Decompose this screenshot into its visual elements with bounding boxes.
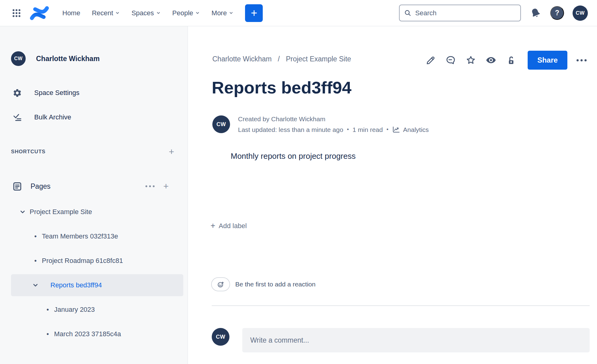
sidebar-item-label: Bulk Archive [34, 113, 71, 121]
tree-item-reports-selected[interactable]: Reports bed3ff94 [0, 273, 188, 297]
add-page-button[interactable]: + [161, 182, 170, 191]
page-title: Reports bed3ff94 [212, 78, 351, 97]
breadcrumb: Charlotte Wickham / Project Example Site [212, 55, 351, 63]
nav-item-label: Home [62, 9, 80, 17]
favorite-button[interactable] [463, 52, 479, 68]
page-tree: Project Example Site • Team Members 032f… [0, 200, 188, 346]
content-divider [212, 305, 590, 306]
avatar-initials: CW [217, 121, 226, 128]
primary-nav-menu: Home Recent Spaces People More [59, 6, 237, 20]
edit-button[interactable] [423, 52, 438, 68]
reactions-section: Be the first to add a reaction [211, 277, 316, 291]
nav-item-spaces[interactable]: Spaces [128, 6, 164, 20]
created-by-text: Created by Charlotte Wickham [238, 115, 429, 123]
tree-item-label: Reports bed3ff94 [50, 281, 102, 289]
avatar-initials: CW [14, 56, 23, 61]
bullet-icon: • [34, 257, 37, 265]
sidebar-item-space-settings[interactable]: Space Settings [11, 86, 176, 100]
app-switcher-icon[interactable] [10, 7, 23, 19]
pages-section-header[interactable]: Pages + [11, 179, 176, 194]
bullet-icon: • [46, 306, 49, 314]
question-mark-icon: ? [555, 9, 559, 17]
chevron-down-icon [32, 282, 39, 289]
help-button[interactable]: ? [550, 6, 564, 20]
user-avatar[interactable]: CW [573, 5, 588, 21]
page-more-button[interactable] [575, 57, 588, 63]
confluence-logo-icon[interactable] [29, 5, 49, 22]
gear-icon [13, 88, 22, 98]
plus-icon: + [163, 181, 169, 191]
unlock-icon [506, 55, 516, 65]
avatar-initials: CW [216, 334, 225, 340]
comments-button[interactable] [443, 52, 459, 68]
nav-item-label: People [172, 9, 193, 17]
search-icon [404, 9, 412, 17]
share-button-label: Share [537, 56, 558, 64]
plus-icon: + [169, 147, 174, 157]
tree-item-march-2023[interactable]: • March 2023 37185c4a [0, 322, 188, 346]
tree-item-label: March 2023 37185c4a [54, 330, 121, 338]
shortcuts-section-header: SHORTCUTS + [11, 145, 176, 158]
tree-item-label: January 2023 [54, 306, 95, 314]
nav-right-cluster: ? CW [399, 5, 588, 21]
breadcrumb-separator: / [278, 55, 280, 63]
search-box[interactable] [399, 5, 521, 21]
analytics-chart-icon [392, 126, 400, 134]
reaction-prompt-text: Be the first to add a reaction [235, 281, 316, 288]
chevron-down-icon [19, 209, 26, 215]
shortcuts-heading: SHORTCUTS [11, 149, 46, 155]
chevron-down-icon [115, 11, 120, 15]
top-navigation-bar: Home Recent Spaces People More + [0, 0, 597, 26]
pages-icon [12, 181, 23, 192]
add-label-button[interactable]: + Add label [211, 222, 247, 230]
sidebar-item-bulk-archive[interactable]: Bulk Archive [11, 111, 176, 124]
analytics-link[interactable]: Analytics [392, 126, 429, 134]
avatar-initials: CW [576, 10, 584, 16]
breadcrumb-space-link[interactable]: Charlotte Wickham [212, 55, 272, 63]
bell-icon [529, 7, 542, 19]
nav-item-home[interactable]: Home [59, 6, 84, 20]
nav-item-label: Recent [92, 9, 113, 17]
chevron-down-icon [156, 11, 161, 15]
add-shortcut-button[interactable]: + [167, 147, 176, 156]
nav-item-people[interactable]: People [169, 6, 204, 20]
search-input[interactable] [415, 9, 517, 17]
star-icon [466, 55, 476, 65]
dot-separator: • [347, 126, 349, 133]
page-action-bar: Share [423, 51, 588, 70]
nav-item-recent[interactable]: Recent [88, 6, 124, 20]
nav-item-more[interactable]: More [208, 6, 237, 20]
last-updated-text[interactable]: Last updated: less than a minute ago [238, 126, 343, 133]
nav-item-label: More [211, 9, 227, 17]
tree-item-team-members[interactable]: • Team Members 032f313e [0, 224, 188, 249]
pages-more-button[interactable] [144, 184, 156, 189]
watch-button[interactable] [483, 52, 499, 68]
notifications-button[interactable] [529, 7, 542, 19]
space-header[interactable]: CW Charlotte Wickham [11, 51, 100, 67]
tree-item-january-2023[interactable]: • January 2023 [0, 297, 188, 322]
bullet-icon: • [34, 232, 37, 240]
restrictions-button[interactable] [503, 52, 519, 68]
space-avatar: CW [11, 51, 26, 66]
create-button[interactable]: + [245, 4, 263, 22]
author-avatar[interactable]: CW [212, 115, 230, 133]
tree-item-project-roadmap[interactable]: • Project Roadmap 61c8fc81 [0, 249, 188, 273]
pencil-icon [426, 55, 436, 65]
tree-item-project-example-site[interactable]: Project Example Site [0, 200, 188, 224]
tree-item-label: Project Roadmap 61c8fc81 [42, 257, 123, 265]
comment-input[interactable] [242, 328, 590, 352]
space-sidebar: CW Charlotte Wickham Space Settings [0, 26, 188, 364]
comment-section: CW [212, 328, 590, 352]
eye-icon [485, 55, 496, 66]
plus-icon: + [211, 222, 215, 230]
page-content: Charlotte Wickham / Project Example Site [188, 26, 597, 364]
share-button[interactable]: Share [528, 51, 567, 70]
nav-item-label: Spaces [131, 9, 154, 17]
pages-heading: Pages [31, 182, 144, 191]
add-reaction-button[interactable] [211, 277, 230, 291]
breadcrumb-parent-link[interactable]: Project Example Site [286, 55, 351, 63]
plus-icon: + [251, 8, 257, 19]
grid-icon [12, 9, 21, 17]
read-time-text: 1 min read [353, 126, 383, 133]
bullet-icon: • [46, 330, 49, 338]
